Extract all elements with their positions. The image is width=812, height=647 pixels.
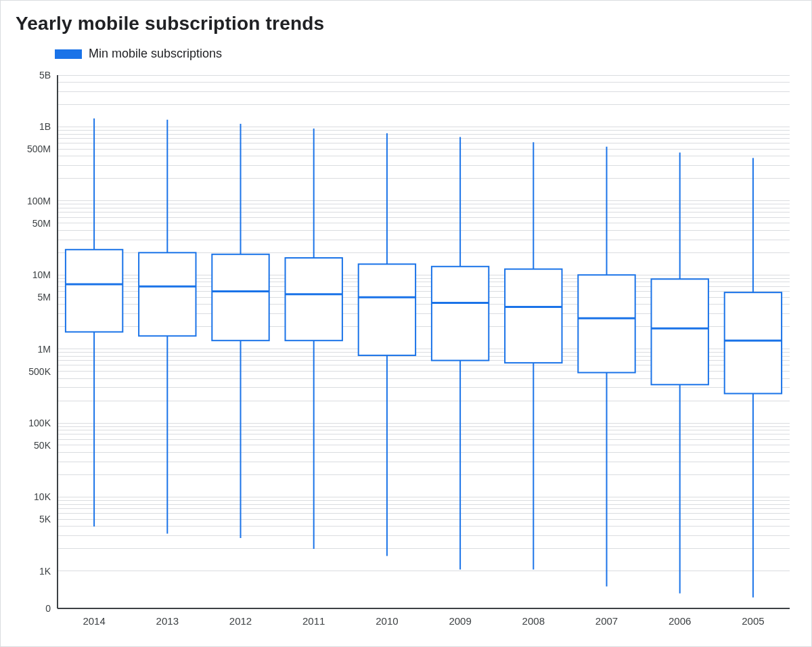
svg-rect-106: [432, 267, 489, 361]
box: [66, 118, 122, 527]
svg-text:5M: 5M: [38, 292, 51, 303]
x-ticks: 2014201320122011201020092008200720062005: [83, 615, 764, 627]
svg-rect-86: [66, 250, 122, 332]
chart-title: Yearly mobile subscription trends: [1, 1, 811, 37]
svg-text:2012: 2012: [229, 615, 252, 627]
box: [212, 124, 269, 538]
svg-text:10M: 10M: [32, 269, 51, 280]
svg-text:2011: 2011: [302, 615, 325, 627]
svg-text:2009: 2009: [449, 615, 471, 627]
box-series: [66, 118, 782, 598]
legend: Min mobile subscriptions: [1, 37, 811, 65]
svg-text:2013: 2013: [156, 615, 179, 627]
svg-text:5K: 5K: [39, 514, 51, 525]
y-ticks: 01K5K10K50K100K500K1M5M10M50M100M500M1B5…: [27, 70, 51, 614]
svg-text:2010: 2010: [376, 615, 398, 627]
box: [286, 129, 342, 549]
svg-rect-122: [725, 292, 782, 393]
svg-text:10K: 10K: [34, 491, 51, 502]
box: [139, 120, 196, 534]
box: [652, 152, 708, 593]
svg-text:2008: 2008: [522, 615, 545, 627]
svg-text:50K: 50K: [34, 440, 51, 451]
legend-swatch: [55, 49, 82, 59]
svg-rect-118: [652, 279, 708, 384]
svg-rect-94: [212, 254, 269, 340]
chart-area: 01K5K10K50K100K500K1M5M10M50M100M500M1B5…: [9, 68, 803, 635]
svg-text:1K: 1K: [39, 566, 51, 577]
svg-text:0: 0: [45, 603, 51, 614]
box: [725, 158, 782, 597]
boxplot-svg: 01K5K10K50K100K500K1M5M10M50M100M500M1B5…: [9, 68, 803, 635]
legend-label: Min mobile subscriptions: [89, 47, 222, 61]
box: [359, 133, 415, 556]
svg-text:500M: 500M: [27, 143, 51, 154]
box: [432, 137, 489, 569]
chart-panel: Yearly mobile subscription trends Min mo…: [0, 0, 812, 647]
svg-rect-114: [578, 275, 635, 372]
svg-text:1B: 1B: [39, 121, 51, 132]
svg-text:2005: 2005: [742, 615, 764, 627]
svg-text:2014: 2014: [83, 615, 105, 627]
svg-text:2006: 2006: [669, 615, 691, 627]
svg-text:5B: 5B: [39, 70, 51, 81]
svg-rect-98: [286, 258, 342, 340]
svg-text:100M: 100M: [27, 196, 51, 206]
svg-text:100K: 100K: [28, 418, 51, 428]
svg-rect-110: [505, 269, 562, 363]
svg-text:50M: 50M: [32, 218, 51, 229]
svg-rect-102: [359, 264, 415, 355]
svg-text:500K: 500K: [28, 366, 51, 377]
svg-text:1M: 1M: [38, 344, 51, 355]
svg-rect-90: [139, 252, 196, 336]
box: [505, 142, 562, 569]
svg-text:2007: 2007: [595, 615, 618, 627]
